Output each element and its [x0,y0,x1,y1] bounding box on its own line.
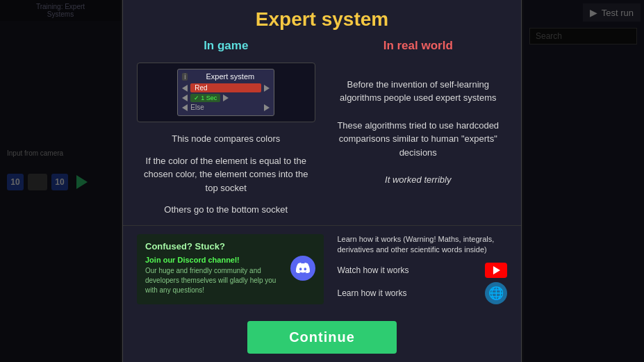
col-left-text2: If the color of the element is equal to … [137,154,315,195]
else-arrow-right [264,104,270,111]
timer-label: 1 Sec [201,94,217,101]
col-right-text1: Before the invention of self-learning al… [329,78,508,105]
col-right-text2: These algorithms tried to use hardcoded … [329,119,508,160]
globe-icon[interactable]: 🌐 [485,282,507,304]
col-left-text1: This node compares colors [137,132,315,146]
col-right-content: Before the invention of self-learning al… [329,63,508,215]
col-left-title: In game [137,39,315,53]
else-arrow-left [182,104,188,111]
arrow-left-icon [182,85,188,92]
continue-button[interactable]: Continue [247,321,397,354]
node-title-label: Expert system [190,72,270,81]
red-box: Red [190,83,261,92]
learn-row: Learn how it works 🌐 [338,282,508,304]
modal-overlay: Expert system In game i Expert system Re… [0,0,644,362]
timer-badge: ✓ 1 Sec [190,94,220,102]
learn-link[interactable]: Learn how it works [338,288,407,298]
continue-btn-wrap: Continue [123,313,521,362]
node-red-row: Red [182,83,270,92]
discord-section: Confused? Stuck? Join our Discord channe… [137,234,324,304]
node-box: i Expert system Red ✓ 1 Sec [177,69,274,116]
node-header: i Expert system [182,72,270,81]
arrow-right-icon [264,85,270,92]
node-diagram: i Expert system Red ✓ 1 Sec [137,63,315,122]
learn-title: Learn how it works (Warning! Maths, inte… [338,234,508,256]
discord-row: Join our Discord channel! Our huge and f… [145,256,315,295]
discord-desc: Our huge and friendly community and deve… [145,266,283,295]
col-in-game: In game i Expert system Red [137,39,315,225]
modal-columns: In game i Expert system Red [123,39,521,225]
discord-join: Join our Discord channel! [145,256,283,264]
col-right-text3: It worked terribly [329,173,508,187]
confused-title: Confused? Stuck? [145,241,315,252]
timer-arrow-right [223,94,229,101]
watch-link[interactable]: Watch how it works [338,265,409,275]
discord-icon[interactable] [290,256,315,281]
expert-system-modal: Expert system In game i Expert system Re… [122,0,522,362]
youtube-icon[interactable] [485,263,507,278]
node-else-row: Else [182,104,270,111]
discord-text: Join our Discord channel! Our huge and f… [145,256,283,295]
node-i-label: i [182,73,188,81]
else-label: Else [190,104,261,111]
modal-title: Expert system [123,0,521,39]
modal-bottom: Confused? Stuck? Join our Discord channe… [123,225,521,313]
col-left-text3: Others go to the bottom socket [137,203,315,217]
timer-arrow-left [182,94,188,101]
watch-row: Watch how it works [338,263,508,278]
node-timer-row: ✓ 1 Sec [182,94,270,102]
col-right-title: In real world [329,39,508,53]
col-in-real-world: In real world Before the invention of se… [329,39,508,225]
learn-section: Learn how it works (Warning! Maths, inte… [338,234,508,304]
